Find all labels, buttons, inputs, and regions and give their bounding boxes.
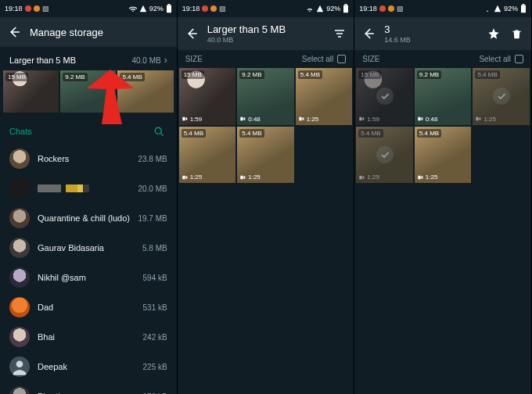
video-duration: 1:25	[239, 174, 261, 181]
media-tile[interactable]: 5.4 MB 1:25	[179, 127, 236, 184]
chat-list: Rockers23.8 MB 20.0 MB Quarantine & chil…	[0, 144, 177, 394]
media-thumb[interactable]: 5.4 MB	[117, 70, 173, 113]
page-title: Larger than 5 MB	[207, 23, 325, 35]
section-larger-than[interactable]: Larger than 5 MB 40.0 MB	[0, 47, 177, 70]
avatar	[9, 356, 30, 377]
wifi-icon	[306, 5, 314, 13]
sort-label[interactable]: SIZE	[185, 55, 203, 63]
media-tile[interactable]: 15 MB 1:59	[356, 68, 413, 125]
sort-label[interactable]: SIZE	[362, 55, 379, 63]
avatar	[9, 178, 30, 199]
notif-icon	[202, 5, 208, 12]
battery-label: 92%	[326, 5, 340, 13]
media-tile[interactable]: 15 MB 1:59	[179, 68, 236, 125]
media-tile[interactable]: 5.4 MB 1:25	[237, 127, 294, 184]
selection-size: 14.6 MB	[384, 36, 478, 44]
video-duration: 0:48	[417, 116, 438, 123]
media-thumb[interactable]: 9.2 MB	[60, 70, 116, 113]
chat-row[interactable]: Gaurav Bidasaria5.8 MB	[0, 233, 177, 263]
media-tile[interactable]: 5.4 MB 1:25	[415, 127, 472, 184]
chats-label: Chats	[9, 127, 32, 136]
status-time: 19:18	[5, 5, 23, 13]
pane-selection: 19:18 ▧ 92% 3 14.6 MB SIZE Select al	[354, 0, 532, 394]
chat-row[interactable]: Rockers23.8 MB	[0, 144, 177, 174]
chat-row[interactable]: Bharti178 kB	[0, 381, 177, 394]
thumb-strip: 15 MB 9.2 MB 5.4 MB	[0, 70, 177, 113]
media-tile[interactable]: 9.2 MB 0:48	[415, 68, 472, 125]
media-tile[interactable]: 9.2 MB 0:48	[237, 68, 294, 125]
back-icon[interactable]	[6, 24, 22, 40]
select-all[interactable]: Select all	[302, 55, 347, 63]
video-duration: 1:59	[182, 116, 203, 123]
search-icon[interactable]	[152, 124, 167, 139]
chat-row[interactable]: Quarantine & chill (ludo)19.7 MB	[0, 203, 177, 233]
sort-row: SIZE Select all	[178, 50, 354, 68]
back-icon[interactable]	[184, 26, 200, 41]
status-bar: 19:18 ▧ 92%	[0, 0, 177, 17]
avatar	[9, 267, 30, 288]
checkbox-icon	[337, 55, 346, 63]
chat-row[interactable]: Dad531 kB	[0, 292, 177, 322]
video-duration: 1:25	[182, 174, 203, 181]
chats-header: Chats	[0, 113, 177, 144]
page-subtitle: 40.0 MB	[207, 36, 325, 44]
battery-icon	[343, 4, 349, 13]
svg-rect-4	[343, 5, 348, 13]
video-duration: 1:25	[417, 174, 438, 181]
pane-media-list: 19:18 ▧ 92% Larger than 5 MB 40.0 MB SIZ…	[178, 0, 355, 394]
media-grid: 15 MB 1:59 9.2 MB 0:48 5.4 MB 1:25 5.4 M…	[178, 68, 354, 183]
media-tile[interactable]: 5.4 MB 1:25	[356, 127, 413, 184]
sort-row: SIZE Select all	[354, 50, 531, 68]
app-bar: Larger than 5 MB 40.0 MB	[178, 17, 354, 50]
avatar	[9, 208, 30, 228]
wifi-icon	[129, 5, 137, 13]
chat-row[interactable]: Deepak225 kB	[0, 352, 177, 381]
back-icon[interactable]	[361, 26, 376, 41]
notif-icon	[25, 5, 31, 12]
status-time: 19:18	[359, 5, 377, 13]
check-icon	[376, 88, 394, 105]
notif-icon	[34, 5, 40, 12]
delete-icon[interactable]	[509, 26, 525, 41]
svg-rect-1	[167, 4, 170, 5]
battery-label: 92%	[149, 5, 164, 13]
media-tile[interactable]: 5.4 MB 1:25	[296, 68, 353, 125]
selection-bar: 3 14.6 MB	[354, 17, 531, 50]
sort-icon[interactable]	[332, 26, 347, 41]
chat-row[interactable]: Bhai242 kB	[0, 322, 177, 352]
video-duration: 1:59	[358, 116, 379, 123]
section-size: 40.0 MB	[131, 56, 160, 65]
avatar	[9, 327, 30, 347]
svg-rect-0	[167, 5, 171, 13]
svg-rect-6	[521, 5, 526, 13]
section-label: Larger than 5 MB	[9, 56, 76, 65]
signal-icon	[316, 5, 324, 13]
svg-rect-5	[345, 4, 347, 5]
chevron-right-icon	[164, 55, 167, 66]
chat-row[interactable]: 20.0 MB	[0, 174, 177, 203]
video-duration: 1:25	[358, 174, 379, 181]
status-bar: 19:18 ▧ 92%	[354, 0, 531, 17]
checkbox-icon	[515, 55, 523, 63]
svg-point-2	[155, 127, 161, 134]
wifi-icon	[483, 5, 491, 13]
select-all[interactable]: Select all	[479, 55, 523, 63]
signal-icon	[494, 5, 501, 13]
status-time: 19:18	[182, 5, 200, 13]
app-bar: Manage storage	[0, 17, 177, 47]
selection-count: 3	[384, 23, 478, 35]
signal-icon	[139, 5, 147, 13]
battery-icon	[520, 4, 527, 13]
pane-manage-storage: 19:18 ▧ 92% Manage storage Larger than 5…	[0, 0, 178, 394]
notif-icon: ▧	[219, 5, 226, 13]
notif-icon: ▧	[397, 5, 404, 13]
notif-icon	[388, 5, 394, 12]
notif-icon	[379, 5, 386, 12]
svg-point-3	[16, 360, 23, 367]
avatar	[9, 297, 30, 317]
media-tile[interactable]: 5.4 MB 1:25	[473, 68, 530, 125]
check-icon	[493, 88, 510, 105]
chat-row[interactable]: Nikhil @sam594 kB	[0, 263, 177, 292]
star-icon[interactable]	[486, 26, 501, 41]
media-thumb[interactable]: 15 MB	[3, 70, 59, 113]
